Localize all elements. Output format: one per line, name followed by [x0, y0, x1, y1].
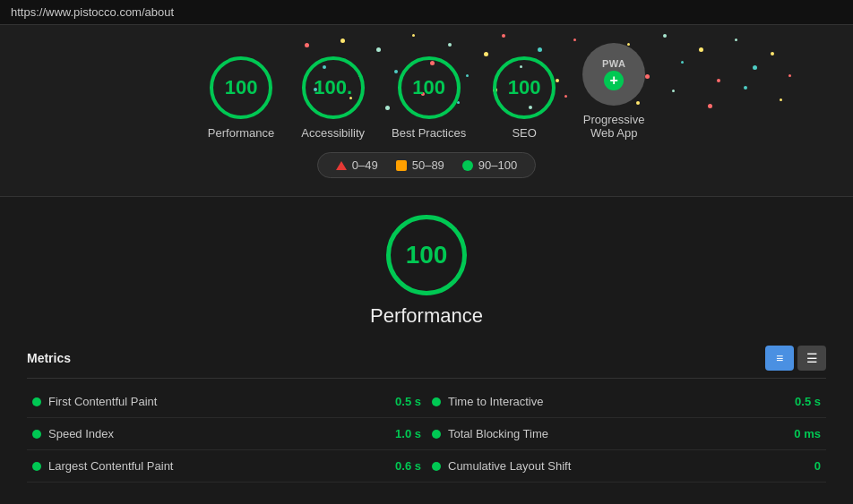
legend-item-green: 90–100: [462, 158, 517, 172]
metric-left: Cumulative Layout Shift: [432, 459, 571, 473]
pwa-plus-icon: +: [604, 71, 624, 90]
metrics-grid: First Contentful Paint 0.5 s Time to Int…: [27, 386, 826, 483]
metric-name: Largest Contentful Paint: [48, 459, 173, 473]
metrics-title: Metrics: [27, 351, 71, 365]
metric-row: Speed Index 1.0 s: [27, 418, 426, 450]
metric-left: Largest Contentful Paint: [32, 459, 173, 473]
bottom-section: 100 Performance Metrics ≡ ☰ First Conten…: [0, 197, 853, 500]
score-label-accessibility: Accessibility: [301, 126, 365, 140]
grid-view-icon: ☰: [806, 351, 818, 365]
metric-value: 0.6 s: [395, 459, 421, 473]
legend-item-red: 0–49: [336, 158, 378, 172]
metric-row: First Contentful Paint 0.5 s: [27, 386, 426, 418]
legend-label-green: 90–100: [478, 158, 517, 172]
legend-label-orange: 50–89: [412, 158, 444, 172]
metric-name: Time to Interactive: [448, 395, 543, 408]
legend-square-icon: [396, 160, 407, 171]
metric-dot: [432, 397, 441, 406]
legend-circle-icon: [462, 160, 473, 171]
grid-view-toggle[interactable]: ☰: [797, 346, 826, 371]
perf-title: Performance: [370, 304, 483, 328]
metric-row: Largest Contentful Paint 0.6 s: [27, 450, 426, 483]
score-label-performance: Performance: [208, 126, 274, 140]
url-bar: https://www.pistocco.com/about: [0, 0, 853, 25]
score-circle-seo: 100: [493, 56, 556, 119]
top-section: 100 Performance 100. Accessibility 100 B…: [0, 25, 853, 197]
score-label-pwa: ProgressiveWeb App: [583, 113, 645, 140]
confetti-dot: [573, 38, 576, 41]
score-label-seo: SEO: [512, 126, 536, 140]
score-label-best-practices: Best Practices: [392, 126, 466, 140]
legend-triangle-icon: [336, 161, 347, 170]
score-item-pwa: PWA + ProgressiveWeb App: [582, 43, 645, 140]
score-circle-best-practices: 100: [398, 56, 461, 119]
metrics-header: Metrics ≡ ☰: [27, 346, 826, 379]
score-item-performance: 100 Performance: [208, 56, 274, 140]
metric-value: 0 ms: [794, 427, 821, 440]
metric-left: First Contentful Paint: [32, 395, 157, 408]
confetti-dot: [412, 34, 415, 37]
pwa-text: PWA: [602, 58, 626, 69]
view-toggles: ≡ ☰: [765, 346, 826, 371]
confetti-dot: [663, 34, 667, 38]
score-circle-performance: 100: [210, 56, 272, 119]
metric-left: Total Blocking Time: [432, 427, 548, 440]
metric-dot: [432, 430, 441, 439]
metric-name: Speed Index: [48, 427, 114, 440]
metric-value: 0.5 s: [795, 395, 821, 408]
list-view-icon: ≡: [776, 351, 783, 365]
metric-left: Speed Index: [32, 427, 114, 440]
metric-name: First Contentful Paint: [48, 395, 157, 408]
metric-row: Total Blocking Time 0 ms: [426, 418, 826, 450]
confetti-dot: [735, 38, 737, 41]
metric-row: Cumulative Layout Shift 0: [426, 450, 826, 483]
metric-dot: [32, 397, 41, 406]
metric-dot: [32, 462, 41, 471]
legend-label-red: 0–49: [352, 158, 378, 172]
pwa-badge: PWA +: [582, 43, 645, 106]
metric-value: 0: [814, 459, 821, 473]
metric-value: 1.0 s: [395, 427, 421, 440]
perf-circle: 100: [386, 215, 467, 295]
score-item-accessibility: 100. Accessibility: [301, 56, 365, 140]
metric-value: 0.5 s: [395, 395, 421, 408]
score-item-seo: 100 SEO: [493, 56, 556, 140]
perf-score-center: 100 Performance: [27, 215, 826, 328]
confetti-dot: [502, 34, 505, 38]
url-text: https://www.pistocco.com/about: [11, 5, 174, 19]
metric-dot: [432, 462, 441, 471]
score-circle-accessibility: 100.: [302, 56, 365, 119]
metric-name: Total Blocking Time: [448, 427, 548, 440]
metric-left: Time to Interactive: [432, 395, 543, 408]
metric-dot: [32, 430, 41, 439]
legend-bar: 0–49 50–89 90–100: [317, 152, 536, 178]
score-item-best-practices: 100 Best Practices: [392, 56, 466, 140]
scores-row: 100 Performance 100. Accessibility 100 B…: [9, 43, 844, 140]
metric-row: Time to Interactive 0.5 s: [426, 386, 826, 418]
legend-item-orange: 50–89: [396, 158, 444, 172]
list-view-toggle[interactable]: ≡: [765, 346, 794, 371]
metric-name: Cumulative Layout Shift: [448, 459, 571, 473]
